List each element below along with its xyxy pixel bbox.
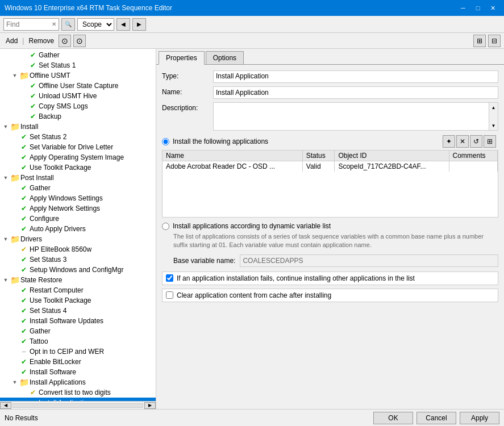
green-check-icon: ✔ (19, 286, 28, 295)
tree-item[interactable]: ✔Auto Apply Drivers (0, 224, 156, 234)
checkbox-clear-cache-label[interactable]: Clear application content from cache aft… (177, 291, 331, 299)
green-check-icon: ✔ (19, 143, 28, 152)
tree-item[interactable]: ✔Set Status 4 (0, 306, 156, 316)
search-button[interactable]: 🔍 (61, 18, 75, 31)
tree-item[interactable]: ✔Tattoo (0, 336, 156, 346)
apply-button[interactable]: Apply (460, 412, 499, 424)
tree-item-label: Copy SMS Logs (39, 102, 88, 110)
group-expander-icon: ▼ (1, 277, 10, 283)
tree-item[interactable]: ✔Gather (0, 183, 156, 193)
folder-icon: 📁 (10, 275, 19, 285)
ok-button[interactable]: OK (373, 412, 413, 424)
tree-item[interactable]: ▼📁Offline USMT (0, 70, 156, 81)
app-add-button[interactable]: ✦ (443, 135, 455, 148)
tree-item[interactable]: ✔Use Toolkit Package (0, 162, 156, 173)
table-row[interactable]: Adobe Acrobat Reader DC - OSD ... Valid … (163, 161, 498, 172)
maximize-button[interactable]: □ (471, 2, 485, 14)
nav-back-button[interactable]: ◀ (116, 18, 130, 31)
tree-item[interactable]: ✔Install Software Updates (0, 316, 156, 326)
horizontal-scrollbar[interactable]: ◀ ▶ (0, 401, 156, 409)
tree-item[interactable]: –Opt in to CEIP and WER (0, 346, 156, 357)
tab-options[interactable]: Options (206, 51, 244, 64)
group-expander-icon: ▼ (1, 124, 10, 130)
tree-item[interactable]: ✔Configure (0, 214, 156, 224)
remove-button[interactable]: Remove (26, 36, 56, 46)
tree-item[interactable]: ✔Apply Operating System Image (0, 152, 156, 162)
scroll-thumb[interactable] (13, 403, 143, 408)
find-clear-button[interactable]: ✕ (52, 21, 56, 27)
radio-install-dynamic-label[interactable]: Install applications according to dynami… (173, 222, 331, 230)
app-table-container: Name Status Object ID Comments Adobe Acr… (162, 150, 498, 218)
scroll-up-button[interactable]: ▲ (489, 103, 498, 112)
tree-item-label: Restart Computer (30, 286, 84, 294)
move-down-icon[interactable]: ⊙ (73, 35, 86, 47)
description-textarea[interactable] (214, 103, 489, 130)
tree-item-label: Post Install (20, 174, 54, 182)
tabs: Properties Options (156, 49, 504, 65)
scroll-down-button[interactable]: ▼ (489, 121, 498, 130)
tree-item[interactable]: ✔Backup (0, 111, 156, 122)
nav-forward-button[interactable]: ▶ (132, 18, 146, 31)
scroll-left-button[interactable]: ◀ (0, 402, 11, 409)
tree-item[interactable]: ✔Gather (0, 50, 156, 60)
app-properties-button[interactable]: ⊞ (484, 135, 496, 148)
close-button[interactable]: ✕ (486, 2, 499, 14)
cancel-button[interactable]: Cancel (416, 412, 456, 424)
checkbox-clear-cache[interactable] (166, 291, 173, 299)
move-up-icon[interactable]: ⊙ (59, 35, 71, 47)
tree-item[interactable]: ✔Copy SMS Logs (0, 101, 156, 111)
window-controls: ─ □ ✕ (456, 2, 499, 14)
right-panel: Properties Options Type: Install Applica… (156, 49, 504, 409)
tree-item[interactable]: ✔Install Software (0, 367, 156, 377)
tree-item[interactable]: ▼📁Post Install (0, 173, 156, 183)
checkbox-continue[interactable] (166, 274, 173, 282)
tree-item[interactable]: ✔Use Toolkit Package (0, 295, 156, 306)
tree-item[interactable]: ✔Offline User State Capture (0, 81, 156, 91)
green-check-icon: ✔ (19, 214, 28, 223)
tree-item[interactable]: ✔Set Status 2 (0, 132, 156, 142)
tree-item[interactable]: ✔Setup Windows and ConfigMgr (0, 265, 156, 275)
app-restore-button[interactable]: ↺ (470, 135, 482, 148)
tree-item[interactable]: ✔Set Status 3 (0, 254, 156, 265)
tree-item-label: HP EliteBook 8560w (30, 245, 91, 253)
checkbox-continue-label[interactable]: If an application installation fails, co… (177, 274, 415, 282)
base-var-input (240, 254, 498, 267)
toolbar-icon-1[interactable]: ⊞ (473, 35, 486, 47)
folder-icon: 📁 (19, 378, 28, 387)
radio-install-dynamic[interactable] (162, 223, 169, 230)
name-input[interactable] (213, 86, 498, 99)
tree-item[interactable]: ▼📁Drivers (0, 234, 156, 244)
tree-item[interactable]: ✔Set Status 1 (0, 60, 156, 70)
minimize-button[interactable]: ─ (456, 2, 470, 14)
add-button[interactable]: Add (3, 36, 20, 46)
find-input[interactable] (6, 20, 52, 28)
tree-item[interactable]: ▼📁Install (0, 122, 156, 132)
tree-item-label: Install Applications (30, 378, 86, 386)
tree-item[interactable]: ✔HP EliteBook 8560w (0, 244, 156, 254)
tree-item[interactable]: ✔Apply Network Settings (0, 203, 156, 214)
scope-select[interactable]: Scope (77, 18, 114, 31)
green-check-icon: ✔ (19, 337, 28, 346)
radio-dynamic-row: Install applications according to dynami… (162, 222, 498, 230)
tree-item[interactable]: ✔Set Variable for Drive Letter (0, 142, 156, 152)
tree-item[interactable]: ▼📁Install Applications (0, 377, 156, 387)
green-check-icon: ✔ (28, 91, 38, 101)
tree-item-label: Install Software (30, 368, 76, 376)
scroll-right-button[interactable]: ▶ (144, 402, 156, 409)
toolbar-icon-2[interactable]: ⊟ (488, 35, 501, 47)
tree-item[interactable]: ✔Convert list to two digits (0, 387, 156, 398)
tree-item[interactable]: ✔Unload USMT Hive (0, 91, 156, 101)
tree-item[interactable]: ▼📁State Restore (0, 275, 156, 285)
tab-properties[interactable]: Properties (159, 51, 205, 65)
tree-item[interactable]: ✔Restart Computer (0, 285, 156, 295)
radio-install-following-label[interactable]: Install the following applications (173, 137, 268, 145)
tree-item[interactable]: ✔Apply Windows Settings (0, 193, 156, 203)
radio-install-following[interactable] (162, 138, 169, 145)
app-remove-button[interactable]: ✕ (456, 135, 469, 148)
dynamic-description: The list of applications consists of a s… (173, 232, 498, 250)
tree-item[interactable]: ✔Enable BitLocker (0, 357, 156, 367)
green-check-icon: ✔ (28, 51, 38, 60)
check-sub-icon: ✔ (28, 388, 38, 397)
tree-item[interactable]: ✔Gather (0, 326, 156, 336)
title-bar: Windows 10 Enterprise x64 RTM Task Seque… (0, 0, 504, 16)
